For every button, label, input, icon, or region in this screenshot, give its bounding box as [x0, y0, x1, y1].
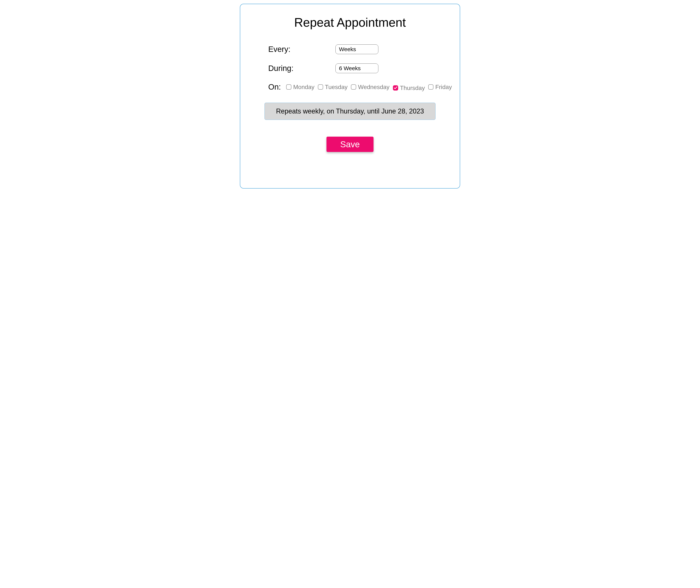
during-row: During: 6 Weeks: [268, 63, 443, 73]
during-select[interactable]: 6 Weeks: [335, 63, 378, 73]
checkbox-wednesday[interactable]: [351, 84, 356, 90]
checkbox-tuesday[interactable]: [318, 84, 323, 90]
every-row: Every: Weeks: [268, 44, 443, 54]
repeat-appointment-dialog: Repeat Appointment Every: Weeks During: …: [240, 4, 460, 189]
save-button[interactable]: Save: [326, 137, 374, 152]
day-label-wednesday: Wednesday: [358, 84, 389, 91]
day-label-friday: Friday: [435, 84, 452, 91]
repeat-summary: Repeats weekly, on Thursday, until June …: [265, 103, 435, 120]
checkbox-thursday[interactable]: [393, 85, 398, 91]
on-label: On:: [268, 83, 281, 91]
days-row: On: Monday Tuesday Wednesday Thursday: [250, 83, 450, 91]
day-option-wednesday[interactable]: Wednesday: [351, 84, 389, 91]
dialog-title: Repeat Appointment: [250, 15, 450, 29]
check-icon: [394, 86, 397, 90]
day-label-tuesday: Tuesday: [325, 84, 348, 91]
day-option-friday[interactable]: Friday: [428, 84, 452, 91]
form-rows: Every: Weeks During: 6 Weeks: [250, 44, 450, 73]
day-label-monday: Monday: [293, 84, 315, 91]
every-select[interactable]: Weeks: [335, 44, 378, 54]
day-option-thursday[interactable]: Thursday: [393, 85, 425, 91]
checkbox-friday[interactable]: [428, 84, 433, 90]
day-option-monday[interactable]: Monday: [286, 84, 315, 91]
save-row: Save: [250, 137, 450, 152]
day-label-thursday: Thursday: [400, 85, 425, 91]
day-option-tuesday[interactable]: Tuesday: [318, 84, 348, 91]
every-label: Every:: [268, 45, 335, 54]
checkbox-monday[interactable]: [286, 84, 291, 90]
during-label: During:: [268, 64, 335, 73]
